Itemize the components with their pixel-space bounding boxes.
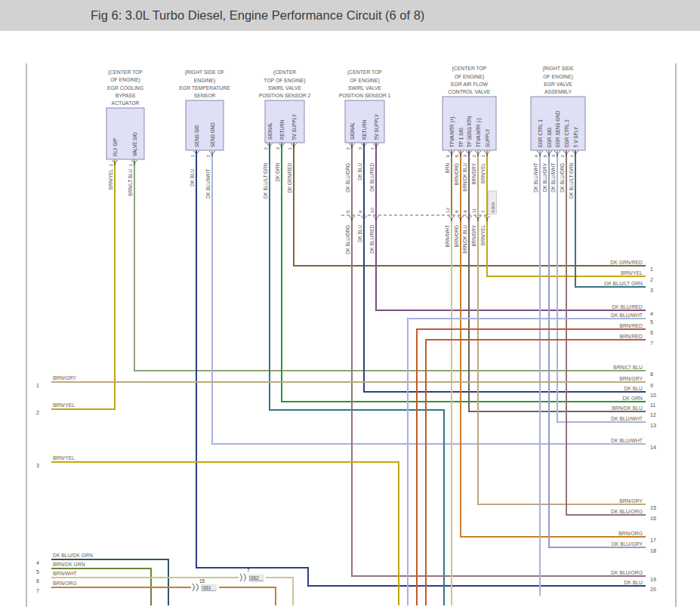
right-row-number: 3 — [650, 288, 653, 293]
wire-egr-sig — [549, 150, 646, 547]
right-row-label: DK BLU — [624, 580, 643, 585]
inline-ref-I362[interactable]: 7I362 — [240, 568, 264, 581]
wire-egrt-sens-gnd — [212, 150, 646, 444]
connector-ref-label[interactable]: S300 — [491, 202, 495, 213]
wire-color-label: DK BLU/LT GRN — [263, 163, 268, 199]
wire-egr-ctrl-2 — [566, 150, 646, 515]
connector-break-icon — [240, 574, 242, 581]
pin-number: 1 — [190, 154, 195, 157]
pin-label: RETURN — [362, 119, 367, 140]
right-row-number: 8 — [650, 371, 653, 377]
wire-color-label: DK BLU — [357, 225, 362, 242]
wire-color-label: DK GRN — [275, 163, 280, 182]
pin-label: VALVE SIG — [132, 132, 137, 156]
pin-number: 1 — [480, 154, 486, 157]
wire-color-label: BRN/GRY — [471, 224, 476, 246]
left-row-number: 2 — [36, 410, 39, 415]
pin-label: EGR CTRL 2 — [564, 119, 569, 147]
component-caption-line: EGR TEMPERATURE — [179, 85, 230, 91]
right-row-number: 1 — [650, 267, 653, 272]
connector-pin-number: 8 — [454, 210, 459, 213]
left-row-label: BRN/DK GRN — [53, 562, 85, 567]
wiring-diagram-canvas: BRN/YELBRN/LT BLUDK BLUDK BLU/WHTDK BLU/… — [0, 0, 700, 607]
component-caption-line: OF ENGINE) — [110, 77, 140, 83]
left-row-label: BRN/GRY — [53, 375, 76, 381]
pin-number: 2 — [205, 154, 211, 157]
right-row-label: DK BLU/ORG — [611, 570, 643, 575]
component-caption-line: EGR AIR FLOW — [451, 82, 489, 87]
left-row-number: 1 — [36, 383, 39, 388]
pin-number: 2 — [471, 154, 476, 157]
inline-ref-I361[interactable]: 15I361 — [193, 578, 217, 591]
ref-label[interactable]: I362 — [249, 575, 259, 581]
right-row-label: DK BLU/WHT — [611, 438, 643, 443]
component-caption-line: POSITION SENSOR 1 — [339, 93, 391, 98]
component-caption-line: (RIGHT SIDE OF — [185, 69, 224, 75]
wire-bypass-rly-op — [51, 159, 115, 409]
pin-label: RETURN — [279, 119, 285, 140]
component-caption-line: (CENTER TOP — [108, 69, 143, 75]
pin-label: EGR CTRL 1 — [538, 119, 543, 147]
wire-color-label: BRN/YEL — [480, 225, 486, 245]
pin-label: TTVA MTR (-) — [476, 118, 482, 147]
pin-number: 3 — [462, 154, 467, 157]
component-egr-temperature-sensor: (RIGHT SIDE OFENGINE)EGR TEMPERATURESENS… — [179, 69, 230, 157]
component-caption-line: ACTUATOR — [112, 100, 140, 106]
pin-number: 1 — [287, 146, 292, 149]
pin-label: 5V SUPPLY — [291, 113, 297, 140]
component-caption-line: SWIRL VALVE — [348, 85, 382, 91]
connector-break-icon — [193, 584, 194, 591]
component-swirl-valve-position-sensor-2: (CENTERTOP OF ENGINE)SWIRL VALVEPOSITION… — [259, 69, 311, 149]
component-caption-line: (RIGHT SIDE — [542, 66, 574, 72]
right-row-number: 13 — [650, 423, 656, 428]
wire-color-label: DK BLU — [190, 169, 195, 186]
component-egr-cooling-bypass-actuator: (CENTER TOPOF ENGINE)EGR COOLINGBYPASSAC… — [106, 69, 144, 166]
pin-number: 1 — [369, 146, 375, 149]
right-row-number: 5 — [650, 319, 653, 325]
right-row-number: 14 — [650, 445, 656, 450]
component-caption-line: SWIRL VALVE — [268, 85, 302, 91]
component-caption-line: OF ENGINE) — [455, 74, 485, 80]
wire-color-label: DK BLU/ORG — [345, 225, 350, 254]
connector-break-icon — [196, 584, 198, 591]
right-row-label: DK BLU/LT GRN — [604, 281, 643, 286]
right-row-number: 11 — [650, 402, 655, 408]
right-row-number: 9 — [650, 383, 653, 388]
right-row-number: 2 — [650, 277, 653, 282]
wire-color-label: DK BLU/WHT — [550, 163, 556, 193]
pin-number: 1 — [128, 163, 133, 166]
component-caption-line: (CENTER TOP — [452, 66, 487, 72]
left-row-label: BRN/WHT — [53, 571, 77, 576]
right-row-label: DK BLU — [624, 386, 643, 391]
wire-egrt-sens-sig — [196, 150, 646, 586]
right-row-number: 6 — [650, 330, 653, 335]
connector-pin-number: 5 — [345, 210, 350, 213]
right-row-label: DK BLU/GRY — [612, 541, 643, 547]
right-row-label: DK BLU/WHT — [611, 313, 643, 318]
wire-row-left3 — [51, 462, 399, 605]
connector-pin-number: 12 — [445, 208, 450, 213]
pin-label: TTVA MTR (+) — [449, 117, 455, 147]
connector-pin-number: 10 — [369, 208, 375, 213]
connector-pin-number: 7 — [480, 210, 486, 213]
left-row-label: BRN/YEL — [53, 455, 75, 461]
component-caption-line: CONTROL VALVE — [449, 89, 491, 94]
right-row-number: 16 — [650, 516, 656, 521]
connector-pin-number: 11 — [471, 208, 476, 213]
wire-color-label: BRN/LT BLU — [128, 169, 133, 196]
pin-label: SENS GND — [210, 122, 215, 147]
right-row-label: BRN/YEL — [621, 270, 643, 276]
left-row-number: 7 — [36, 588, 39, 593]
right-row-number: 7 — [650, 340, 653, 346]
right-row-number: 10 — [650, 393, 656, 398]
pin-label: SUPPLY — [485, 128, 490, 147]
figure-title: Fig 6: 3.0L Turbo Diesel, Engine Perform… — [0, 0, 700, 31]
left-row-number: 3 — [36, 463, 39, 468]
wire-accent-egrt-sens-gnd — [212, 150, 646, 444]
pin-number: 3 — [357, 146, 362, 149]
ref-label[interactable]: I361 — [202, 585, 211, 590]
wire-color-label: DK BLU/WHT — [533, 163, 538, 193]
wire-accent-egr-ctrl-2 — [566, 150, 646, 515]
right-row-label: DK BLU/ORG — [611, 509, 643, 514]
wire-accent-row-left6-b — [266, 578, 293, 605]
